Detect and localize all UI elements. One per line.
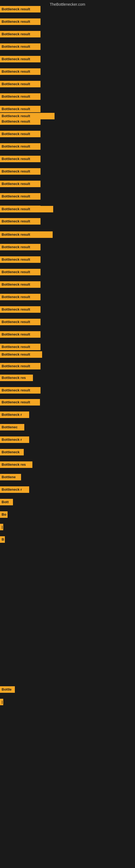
bottleneck-result-item: Bottleneck result (0, 244, 41, 250)
bottleneck-result-item: Bott (0, 499, 13, 505)
bottleneck-result-item: Bottleneck result (0, 81, 41, 87)
bottleneck-result-item: Bottleneck res (0, 461, 32, 468)
bottleneck-result-item: Bottleneck result (0, 68, 41, 75)
bottleneck-result-item: Bottleneck result (0, 113, 54, 119)
bottleneck-result-item: Bottleneck (0, 449, 24, 456)
bottleneck-result-item: Bottleneck result (0, 143, 41, 150)
bottleneck-result-item: Bottleneck result (0, 193, 41, 199)
bottleneck-result-item: Bottleneck result (0, 256, 41, 263)
bottleneck-result-item: Bottleneck r (0, 436, 29, 443)
bottleneck-result-item: Bo (0, 511, 8, 518)
bottleneck-result-item: Bottleneck r (0, 486, 29, 493)
bottleneck-result-item: Bottleneck result (0, 31, 41, 37)
bottleneck-result-item: Bottleneck result (0, 294, 41, 300)
bottleneck-result-item: Bottleneck result (0, 351, 42, 358)
bottleneck-result-item: Bottleneck res (0, 375, 33, 381)
bottleneck-result-item: Bottlene (0, 474, 21, 480)
bottleneck-result-item: Bottleneck result (0, 331, 41, 338)
bottleneck-result-item: Bottleneck result (0, 399, 40, 405)
bottleneck-result-item: Bottleneck result (0, 106, 41, 112)
bottleneck-result-item: Bottleneck r (0, 411, 29, 418)
bottleneck-result-item: Bottleneck result (0, 156, 41, 162)
bottleneck-result-item: Bottleneck result (0, 19, 41, 25)
bottleneck-result-item: Bottleneck result (0, 269, 41, 275)
bottleneck-result-item: Bottleneck result (0, 231, 53, 238)
bottleneck-result-item: Bottleneck result (0, 168, 41, 175)
bottleneck-result-item: Bottleneck result (0, 363, 41, 369)
bottleneck-result-item: | (0, 699, 3, 705)
bottleneck-result-item: Bottleneck result (0, 306, 41, 313)
bottleneck-result-item: Bottleneck result (0, 56, 41, 62)
bottleneck-result-item: Bottleneck result (0, 344, 41, 350)
bottleneck-result-item: Bottlenec (0, 424, 24, 431)
bottleneck-result-item: Bottleneck result (0, 206, 53, 212)
bottleneck-result-item: Bottleneck result (0, 181, 41, 187)
bottleneck-result-item: Bottleneck result (0, 281, 41, 288)
bottleneck-result-item: B (0, 536, 5, 543)
bottleneck-result-item: | (0, 524, 3, 530)
bottleneck-result-item: Bottleneck result (0, 6, 41, 12)
bottleneck-result-item: Bottle (0, 686, 15, 693)
bottleneck-result-item: Bottleneck result (0, 93, 41, 100)
bottleneck-result-item: Bottleneck result (0, 43, 41, 50)
bottleneck-result-item: Bottleneck result (0, 218, 41, 225)
bottleneck-result-item: Bottleneck result (0, 319, 41, 325)
bottleneck-result-item: Bottleneck result (0, 131, 41, 137)
bottleneck-result-item: Bottleneck result (0, 387, 41, 394)
